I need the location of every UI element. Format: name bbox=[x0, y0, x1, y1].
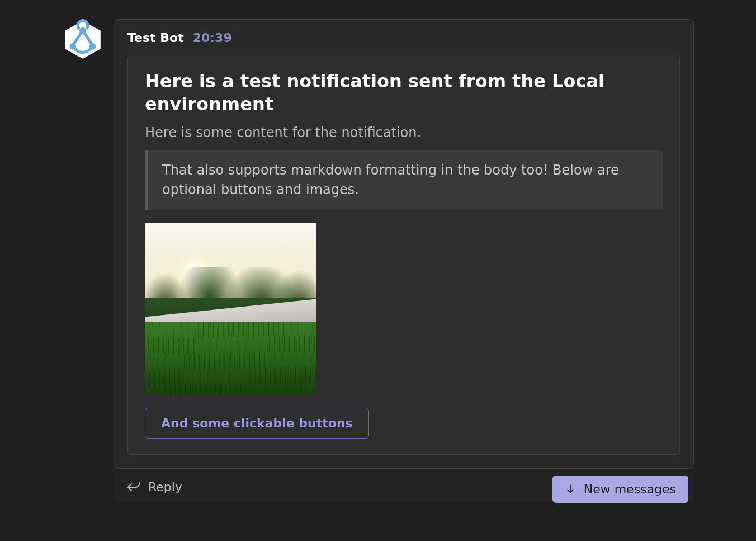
card-subtitle: Here is some content for the notificatio… bbox=[145, 125, 663, 140]
new-messages-toast[interactable]: New messages bbox=[552, 476, 688, 503]
adaptive-card: Here is a test notification sent from th… bbox=[127, 55, 680, 455]
sender-name[interactable]: Test Bot bbox=[127, 31, 184, 45]
reply-placeholder: Reply bbox=[148, 480, 182, 494]
message-bubble: Test Bot 20:39 Here is a test notificati… bbox=[114, 19, 694, 469]
webhook-hex-icon bbox=[62, 19, 103, 60]
reply-icon bbox=[126, 481, 140, 493]
bot-avatar bbox=[62, 19, 103, 60]
message-header: Test Bot 20:39 bbox=[127, 31, 680, 45]
card-image[interactable] bbox=[145, 223, 316, 394]
arrow-down-icon bbox=[565, 483, 576, 495]
message-timestamp: 20:39 bbox=[193, 31, 232, 45]
new-messages-label: New messages bbox=[584, 482, 676, 496]
reply-bar[interactable]: Reply New messages bbox=[114, 472, 694, 502]
card-blockquote: That also supports markdown formatting i… bbox=[145, 150, 663, 210]
card-action-button[interactable]: And some clickable buttons bbox=[145, 408, 369, 439]
card-title: Here is a test notification sent from th… bbox=[145, 70, 663, 116]
